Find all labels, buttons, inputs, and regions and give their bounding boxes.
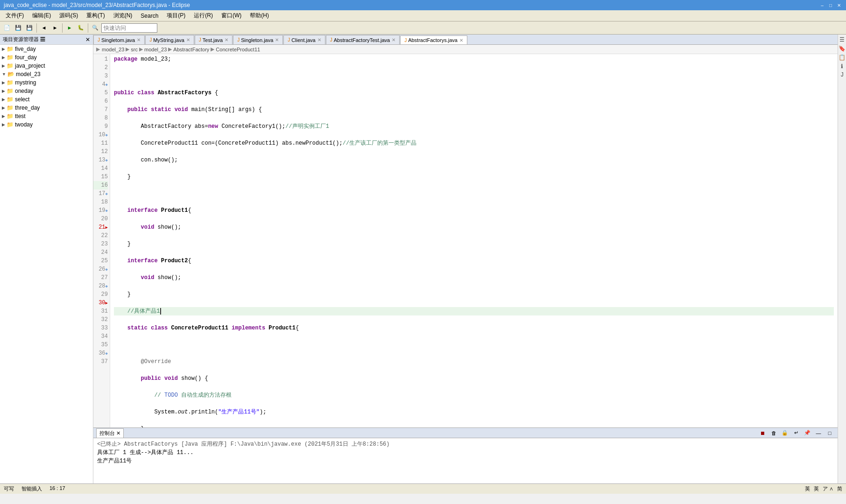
tab-singleton[interactable]: J Singleton.java ✕ xyxy=(233,35,283,44)
sidebar-item-mystring[interactable]: ▶ 📁 mystring xyxy=(0,78,93,87)
arrow-icon: ▶ xyxy=(2,97,5,102)
console-stop[interactable]: ⏹ xyxy=(757,428,768,438)
menu-help[interactable]: 帮助(H) xyxy=(246,11,273,21)
menu-source[interactable]: 源码(S) xyxy=(56,11,82,21)
close-button[interactable]: ✕ xyxy=(836,2,842,8)
console-pin[interactable]: 📌 xyxy=(802,428,812,438)
sidebar-item-oneday[interactable]: ▶ 📁 oneday xyxy=(0,87,93,95)
console-clear[interactable]: 🗑 xyxy=(768,428,779,438)
declaration-icon[interactable]: ℹ xyxy=(840,62,844,71)
folder-icon: 📁 xyxy=(7,105,14,111)
sidebar-item-five-day[interactable]: ▶ 📁 five_day xyxy=(0,45,93,53)
line-num: 10◆ xyxy=(93,131,108,139)
menu-navigate[interactable]: 浏览(N) xyxy=(110,11,136,21)
bc-part-3[interactable]: model_23 xyxy=(144,47,167,52)
bc-part-1[interactable]: model_23 xyxy=(102,47,124,52)
sidebar-item-four-day[interactable]: ▶ 📁 four_day xyxy=(0,53,93,62)
code-line: interface Product2{ xyxy=(114,257,834,265)
java-file-icon: J xyxy=(288,37,290,42)
console-minimize[interactable]: — xyxy=(813,428,824,438)
folder-icon: 📁 xyxy=(7,63,14,69)
line-num: 17◆ xyxy=(93,189,108,198)
maximize-button[interactable]: □ xyxy=(827,2,834,8)
task-list-icon[interactable]: ☰ xyxy=(839,35,846,44)
code-line: } xyxy=(114,240,834,248)
line-num: 3 xyxy=(93,72,108,80)
sidebar-header: 项目资源管理器 ☰ ✕ xyxy=(0,35,93,45)
tb-search[interactable]: 🔍 xyxy=(90,23,100,33)
tab-close-icon[interactable]: ✕ xyxy=(317,37,321,42)
tab-test[interactable]: J Test.java ✕ xyxy=(195,35,233,44)
arrow-icon: ▶ xyxy=(2,63,5,68)
tab-close-icon[interactable]: ✕ xyxy=(392,37,395,42)
tb-back[interactable]: ◀ xyxy=(39,23,49,33)
tb-run[interactable]: ▶ xyxy=(64,23,75,33)
tab-abstractfactorys[interactable]: J AbstractFactorys.java ✕ xyxy=(400,35,467,45)
line-num: 32 xyxy=(93,315,108,324)
status-simplified-chinese: 简 xyxy=(837,485,842,492)
console-word-wrap[interactable]: ↵ xyxy=(791,428,801,438)
code-line: // TODO 自动生成的方法存根 xyxy=(114,391,834,399)
code-line: void show(); xyxy=(114,223,834,231)
code-line: con.show(); xyxy=(114,156,834,164)
line-num: 1 xyxy=(93,55,108,63)
folder-icon: 📁 xyxy=(7,121,14,128)
status-ime-icon: ア ∧ xyxy=(823,485,833,492)
status-insert-mode[interactable]: 智能插入 xyxy=(21,485,42,492)
console-tab-main[interactable]: 控制台 ✕ xyxy=(96,428,124,438)
sidebar-close[interactable]: ✕ xyxy=(85,36,90,43)
sidebar-item-model-23[interactable]: ▼ 📂 model_23 xyxy=(0,70,93,78)
sidebar-item-label: four_day xyxy=(15,54,37,61)
arrow-icon: ▶ xyxy=(2,122,5,127)
console-maximize[interactable]: □ xyxy=(825,428,835,438)
tab-close-icon[interactable]: ✕ xyxy=(186,37,190,42)
menu-refactor[interactable]: 重构(T) xyxy=(83,11,108,21)
bookmarks-icon[interactable]: 🔖 xyxy=(838,44,846,53)
tab-close-icon[interactable]: ✕ xyxy=(459,38,463,43)
menu-window[interactable]: 窗口(W) xyxy=(218,11,245,21)
menu-edit[interactable]: 编辑(E) xyxy=(28,11,55,21)
code-editor[interactable]: 1 2 3 4◆ 5 6 7 8 9 10◆ 11 12 13◆ 14 15 1… xyxy=(93,54,838,427)
folder-icon: 📁 xyxy=(7,96,14,103)
bc-part-5[interactable]: ConcreteProduct11 xyxy=(216,47,260,52)
tb-save[interactable]: 💾 xyxy=(13,23,23,33)
sidebar-item-label: three_day xyxy=(15,105,40,111)
tab-close-icon[interactable]: ✕ xyxy=(225,37,228,42)
tb-new[interactable]: 📄 xyxy=(2,23,12,33)
quick-access-input[interactable] xyxy=(101,23,157,33)
console-scroll-lock[interactable]: 🔒 xyxy=(780,428,790,438)
code-content[interactable]: package model_23; public class AbstractF… xyxy=(110,54,838,427)
status-position[interactable]: 16 : 17 xyxy=(49,485,65,492)
console-status-line: <已终止> AbstractFactorys [Java 应用程序] F:\Ja… xyxy=(97,440,834,448)
sidebar-item-select[interactable]: ▶ 📁 select xyxy=(0,95,93,104)
sidebar-item-twoday[interactable]: ▶ 📁 twoday xyxy=(0,120,93,129)
sidebar-item-three-day[interactable]: ▶ 📁 three_day xyxy=(0,104,93,112)
bc-part-4[interactable]: AbstractFactory xyxy=(173,47,209,52)
tab-abstractfactorytest[interactable]: J AbstractFactoryTest.java ✕ xyxy=(326,35,400,44)
line-num: 14 xyxy=(93,164,108,173)
sidebar-item-java-project[interactable]: ▶ 📁 java_project xyxy=(0,62,93,70)
tb-debug[interactable]: 🐛 xyxy=(76,23,86,33)
menu-project[interactable]: 项目(P) xyxy=(163,11,189,21)
status-encoding[interactable]: 英 xyxy=(805,485,810,492)
tab-close-icon[interactable]: ✕ xyxy=(137,37,141,42)
java-doc-icon[interactable]: J xyxy=(839,71,845,79)
status-left: 可写 智能插入 16 : 17 xyxy=(4,485,65,492)
tab-close-icon[interactable]: ✕ xyxy=(275,37,279,42)
menu-file[interactable]: 文件(F) xyxy=(2,11,28,21)
line-num: 36◆ xyxy=(93,349,108,357)
code-line: interface Product1{ xyxy=(114,206,834,215)
menu-search[interactable]: Search xyxy=(137,11,162,21)
tab-client[interactable]: J Client.java ✕ xyxy=(283,35,325,44)
minimize-button[interactable]: – xyxy=(819,2,825,8)
status-writable[interactable]: 可写 xyxy=(4,485,14,492)
sidebar-item-ttest[interactable]: ▶ 📁 ttest xyxy=(0,112,93,120)
outline-icon[interactable]: 📋 xyxy=(838,53,846,62)
bc-part-2[interactable]: src xyxy=(131,47,138,52)
arrow-icon: ▶ xyxy=(2,105,5,110)
menu-run[interactable]: 运行(R) xyxy=(190,11,217,21)
tb-save-all[interactable]: 💾 xyxy=(24,23,35,33)
tb-forward[interactable]: ▶ xyxy=(50,23,60,33)
tab-mystring[interactable]: J MyString.java ✕ xyxy=(145,35,194,44)
tab-singletom[interactable]: J Singletom.java ✕ xyxy=(93,35,145,44)
